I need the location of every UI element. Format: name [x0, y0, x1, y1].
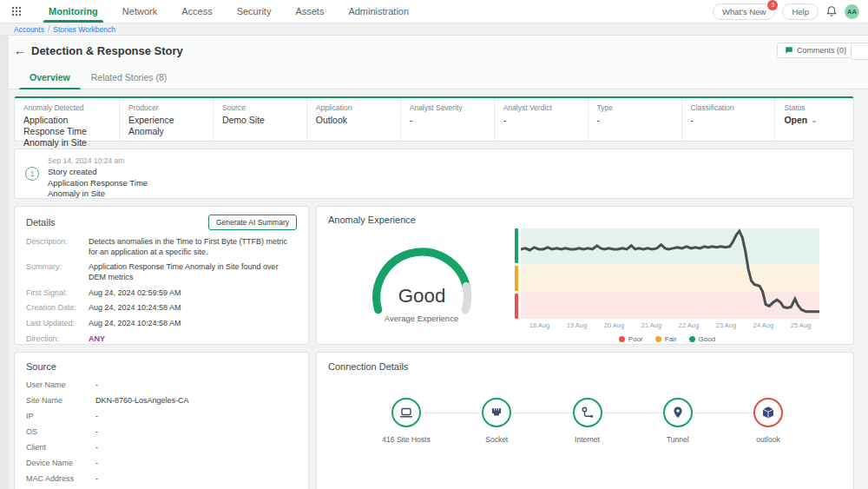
breadcrumb-separator: / [48, 25, 49, 34]
primary-nav: Monitoring Network Access Security Asset… [36, 0, 421, 23]
nav-right-actions: What's New 3 Help AA [713, 3, 859, 20]
x-tick-label: 23 Aug [707, 321, 745, 329]
help-button[interactable]: Help [782, 3, 819, 20]
page-title: Detection & Response Story [31, 44, 183, 57]
band-strip-poor [515, 294, 518, 319]
nav-item-assets[interactable]: Assets [283, 0, 336, 23]
x-tick-label: 24 Aug [745, 321, 782, 329]
app-box-icon [761, 406, 775, 420]
breadcrumb-accounts[interactable]: Accounts [14, 25, 44, 34]
whats-new-button[interactable]: What's New 3 [713, 3, 775, 20]
anomaly-experience-title: Anomaly Experience [328, 215, 842, 225]
source-row-ip: IP - [26, 412, 297, 420]
band-axis-strips [515, 228, 518, 319]
meta-field-application: Application Outlook [307, 98, 401, 141]
legend-dot [655, 336, 661, 342]
detail-row-first-signal: First Signal: Aug 24, 2024 02:59:59 AM [26, 288, 297, 299]
laptop-icon [399, 406, 413, 420]
apps-grid-icon[interactable] [9, 3, 24, 19]
nav-item-network[interactable]: Network [110, 0, 169, 23]
legend-item-good: Good [689, 335, 716, 343]
connection-node-site-hosts[interactable]: 416 Site Hosts [367, 398, 445, 444]
nav-item-access[interactable]: Access [169, 0, 224, 23]
source-row-device-name: Device Name - [26, 459, 297, 467]
x-tick-label: 20 Aug [595, 321, 633, 329]
generate-ai-summary-button[interactable]: Generate AI Summary [208, 215, 297, 230]
tab-bar: Overview Related Stories (8) [12, 67, 854, 89]
legend-dot [619, 336, 625, 342]
gauge-arc-remainder [465, 287, 467, 310]
nav-item-administration[interactable]: Administration [336, 0, 421, 23]
user-avatar[interactable]: AA [845, 4, 859, 19]
experience-line-chart: 18 Aug19 Aug20 Aug21 Aug22 Aug23 Aug24 A… [515, 228, 819, 343]
breadcrumb-stories-workbench[interactable]: Stories Workbench [53, 25, 115, 34]
page-header: ← Detection & Response Story Comments (0… [9, 36, 868, 89]
source-row-user-name: User Name - [26, 380, 297, 389]
meta-field-anomaly-detected: Anomaly Detected Application Response Ti… [15, 98, 120, 141]
source-card: Source User Name - Site Name DKN-8760-Lo… [14, 352, 309, 489]
status-dropdown[interactable]: Open ⌄ [784, 115, 845, 126]
detail-row-summary: Summary: Application Response Time Anoma… [26, 262, 297, 282]
source-row-os: OS - [26, 427, 297, 436]
back-arrow-icon[interactable]: ← [12, 43, 31, 57]
detail-row-direction: Direction: ANY [26, 334, 297, 345]
comment-icon [785, 46, 793, 55]
timeline-event: Story created [48, 167, 178, 176]
detail-row-description: Description: Detects anomalies in the Ti… [26, 237, 297, 257]
meta-field-producer: Producer Experience Anomaly [120, 98, 214, 141]
timeline-timestamp: Sep 14, 2024 10:24 am [48, 156, 178, 165]
x-tick-label: 19 Aug [558, 321, 595, 329]
x-tick-label: 21 Aug [633, 321, 670, 329]
meta-field-source: Source Demo Site [214, 98, 307, 141]
connection-details-card: Connection Details 416 Site Hosts [316, 352, 854, 489]
tab-related-stories[interactable]: Related Stories (8) [81, 67, 178, 89]
connection-node-tunnel[interactable]: Tunnel [639, 398, 717, 444]
top-navigation-bar: Monitoring Network Access Security Asset… [0, 0, 868, 23]
ethernet-socket-icon [490, 406, 503, 420]
story-timeline-card: 1 Sep 14, 2024 10:24 am Story created Ap… [14, 149, 854, 199]
source-title: Source [26, 361, 297, 372]
meta-field-analyst-verdict: Analyst Verdict - [495, 98, 589, 141]
gauge-value: Good [398, 285, 445, 307]
connection-node-socket[interactable]: Socket [457, 398, 536, 444]
notifications-bell-icon[interactable] [825, 5, 838, 17]
x-tick-label: 22 Aug [670, 321, 707, 329]
band-strip-good [515, 228, 518, 263]
connection-node-app-outlook[interactable]: outlook [729, 398, 807, 444]
details-card: Details Generate AI Summary Description:… [14, 206, 309, 345]
timeline-step-badge: 1 [25, 167, 39, 181]
detail-row-last-updated: Last Updated: Aug 24, 2024 10:24:58 AM [26, 319, 297, 329]
x-axis-ticks: 18 Aug19 Aug20 Aug21 Aug22 Aug23 Aug24 A… [515, 321, 819, 329]
line-plot [521, 228, 819, 319]
anomaly-experience-card: Anomaly Experience Good Average Experien… [316, 206, 854, 345]
x-tick-label: 18 Aug [521, 321, 558, 329]
timeline-subject: Application Response Time Anomaly in Sit… [48, 178, 178, 199]
comments-label: Comments (0) [797, 46, 846, 55]
x-tick-label: 25 Aug [782, 321, 819, 329]
chevron-down-icon: ⌄ [811, 116, 818, 124]
tab-overview[interactable]: Overview [19, 67, 81, 89]
status-value: Open [784, 115, 807, 126]
gauge-label: Average Experience [385, 314, 458, 323]
nav-item-monitoring[interactable]: Monitoring [36, 0, 110, 23]
more-actions-button[interactable] [851, 43, 868, 60]
connection-details-title: Connection Details [328, 361, 842, 372]
nav-item-security[interactable]: Security [225, 0, 284, 23]
chart-legend: PoorFairGood [515, 335, 819, 343]
source-row-client: Client - [26, 443, 297, 452]
whats-new-badge: 3 [767, 0, 778, 10]
comments-button[interactable]: Comments (0) [777, 43, 854, 58]
meta-field-analyst-severity: Analyst Severity - [401, 98, 495, 141]
details-title: Details [26, 217, 56, 228]
connection-node-internet[interactable]: Internet [549, 398, 627, 444]
breadcrumb: Accounts / Stories Workbench [0, 23, 868, 36]
meta-field-classification: Classification - [682, 98, 776, 141]
story-meta-strip: Anomaly Detected Application Response Ti… [14, 96, 854, 142]
main-content: ← Detection & Response Story Comments (0… [9, 36, 868, 489]
route-icon [581, 406, 595, 420]
meta-field-type: Type - [589, 98, 682, 141]
source-row-mac-address: MAC Address - [26, 474, 297, 483]
legend-dot [689, 336, 695, 342]
experience-gauge: Good Average Experience [328, 227, 515, 343]
whats-new-label: What's New [722, 7, 766, 17]
